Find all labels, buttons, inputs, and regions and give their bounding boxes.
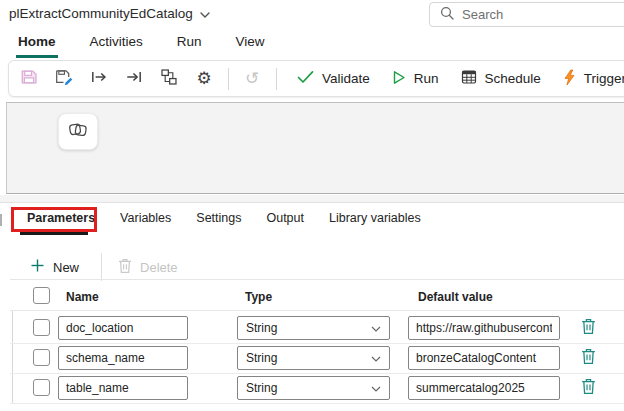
trash-icon: [581, 348, 596, 369]
trigger-button[interactable]: Trigger: [552, 65, 624, 92]
tab-view[interactable]: View: [234, 30, 267, 58]
trash-icon: [581, 318, 596, 339]
calendar-icon: [461, 69, 477, 88]
tab-library-variables[interactable]: Library variables: [329, 211, 421, 225]
save-icon: [20, 68, 38, 90]
search-icon: [440, 6, 454, 24]
run-label: Run: [414, 71, 439, 86]
save-as-icon: [55, 68, 73, 90]
ribbon-tab-bar: Home Activities Run View: [16, 30, 267, 58]
delete-row-button[interactable]: [576, 316, 600, 340]
table-row: String: [0, 373, 624, 403]
chevron-down-icon: [200, 6, 210, 21]
bar-arrow-right-icon: [90, 68, 108, 90]
trash-icon-disabled: [118, 258, 132, 277]
parameter-name-input[interactable]: [58, 346, 188, 370]
run-button[interactable]: Run: [381, 65, 450, 92]
column-header-type: Type: [245, 290, 272, 304]
parameter-name-input[interactable]: [58, 376, 188, 400]
pipeline-canvas[interactable]: [6, 102, 624, 194]
row-checkbox[interactable]: [33, 349, 50, 366]
play-icon: [392, 70, 406, 88]
type-value: String: [246, 321, 277, 335]
header-separator: [10, 310, 624, 311]
command-separator: [10, 279, 624, 280]
new-label: New: [53, 260, 79, 275]
table-row: String: [0, 313, 624, 343]
chevron-down-icon: [371, 321, 381, 335]
parameter-default-input[interactable]: [408, 316, 560, 340]
auto-align-button[interactable]: [155, 65, 183, 92]
set-output-button[interactable]: [120, 65, 148, 92]
tab-output[interactable]: Output: [266, 211, 304, 225]
panel-tab-bar: Parameters Variables Settings Output Lib…: [27, 211, 421, 225]
panel-resize-tick: [0, 214, 2, 226]
flow-layout-icon: [160, 68, 178, 90]
title-bar: plExtractCommunityEdCatalog: [0, 0, 624, 28]
pipeline-name-dropdown[interactable]: plExtractCommunityEdCatalog: [9, 6, 210, 21]
search-box[interactable]: [429, 2, 624, 27]
parameter-type-select[interactable]: String: [237, 376, 390, 400]
delete-row-button[interactable]: [576, 346, 600, 370]
chevron-down-icon: [371, 351, 381, 365]
parameters-table-header: Name Type Default value: [0, 285, 624, 313]
lightning-icon: [563, 69, 576, 89]
type-value: String: [246, 351, 277, 365]
trash-icon: [581, 378, 596, 399]
validate-button[interactable]: Validate: [286, 65, 381, 92]
parameter-type-select[interactable]: String: [237, 346, 390, 370]
configuration-panel: Parameters Variables Settings Output Lib…: [0, 203, 624, 411]
schedule-label: Schedule: [485, 71, 541, 86]
set-input-button[interactable]: [85, 65, 113, 92]
delete-row-button[interactable]: [576, 376, 600, 400]
parameter-default-input[interactable]: [408, 376, 560, 400]
row-checkbox[interactable]: [33, 379, 50, 396]
tab-activities[interactable]: Activities: [88, 30, 145, 58]
delete-parameter-button[interactable]: Delete: [118, 258, 178, 277]
pipeline-editor-window: plExtractCommunityEdCatalog Home Activit…: [0, 0, 624, 411]
type-value: String: [246, 381, 277, 395]
parameter-type-select[interactable]: String: [237, 316, 390, 340]
save-as-button[interactable]: [50, 65, 78, 92]
parameter-default-input[interactable]: [408, 346, 560, 370]
table-bottom-separator: [10, 403, 624, 404]
select-all-checkbox[interactable]: [33, 287, 50, 304]
chevron-down-icon: [371, 381, 381, 395]
undo-icon: ↺: [245, 70, 259, 87]
plus-icon: [30, 258, 45, 276]
checkmark-icon: [297, 70, 314, 87]
trigger-label: Trigger: [584, 71, 624, 86]
row-checkbox[interactable]: [33, 319, 50, 336]
save-button[interactable]: [15, 65, 43, 92]
copilot-icon: [67, 120, 89, 144]
gear-icon: ⚙: [196, 70, 211, 87]
command-toolbar: ⚙ ↺ Validate Run Schedule: [8, 60, 624, 97]
undo-button[interactable]: ↺: [238, 65, 266, 92]
toolbar-divider: [276, 68, 277, 90]
copilot-button[interactable]: [58, 113, 98, 150]
table-command-bar: New Delete: [30, 253, 178, 281]
delete-label: Delete: [140, 260, 178, 275]
tab-parameters[interactable]: Parameters: [27, 211, 95, 225]
canvas-panel-gap: [0, 195, 624, 203]
new-parameter-button[interactable]: New: [30, 258, 79, 276]
pipeline-name: plExtractCommunityEdCatalog: [9, 6, 193, 21]
active-tab-underline: [20, 232, 88, 235]
tab-settings[interactable]: Settings: [196, 211, 241, 225]
tab-run[interactable]: Run: [175, 30, 204, 58]
settings-button[interactable]: ⚙: [190, 65, 218, 92]
command-divider: [101, 253, 102, 281]
toolbar-divider: [228, 68, 229, 90]
validate-label: Validate: [322, 71, 370, 86]
arrow-right-bar-icon: [125, 68, 143, 90]
column-header-name: Name: [66, 290, 99, 304]
tab-variables[interactable]: Variables: [120, 211, 171, 225]
parameter-name-input[interactable]: [58, 316, 188, 340]
tab-home[interactable]: Home: [16, 30, 58, 58]
search-input[interactable]: [462, 7, 592, 22]
column-header-default-value: Default value: [418, 290, 493, 304]
schedule-button[interactable]: Schedule: [450, 65, 552, 92]
table-row: String: [0, 343, 624, 373]
